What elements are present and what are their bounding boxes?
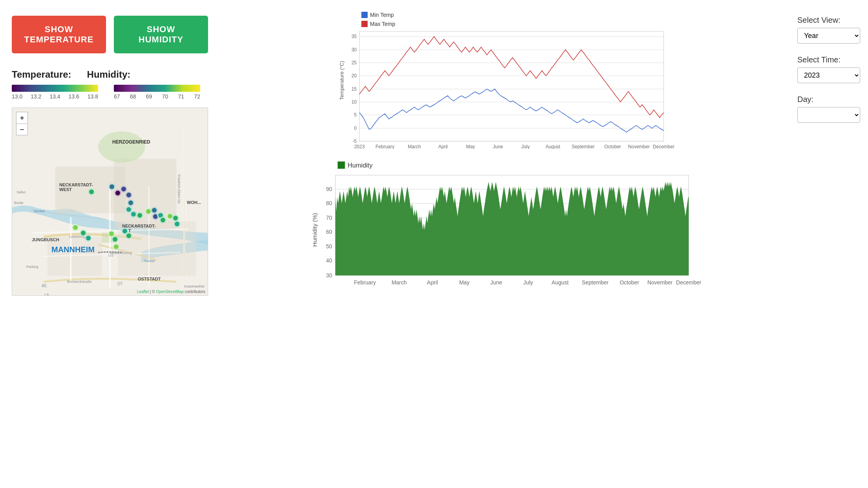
button-row: SHOW TEMPERATURE SHOW HUMIDITY bbox=[12, 16, 208, 53]
svg-text:35: 35 bbox=[351, 34, 357, 39]
svg-text:August: August bbox=[552, 279, 568, 286]
temperature-chart: Min Temp Max Temp Temperature (°C) bbox=[236, 8, 782, 149]
humidity-colorbar-ticks: 67 68 69 70 71 72 bbox=[114, 93, 200, 100]
svg-rect-44 bbox=[360, 31, 664, 141]
show-humidity-button[interactable]: SHOW HUMIDITY bbox=[114, 16, 208, 53]
svg-text:April: April bbox=[427, 279, 438, 286]
svg-text:2023: 2023 bbox=[354, 144, 365, 149]
map-background bbox=[12, 108, 208, 295]
sensor-dot[interactable] bbox=[125, 232, 132, 239]
svg-text:June: June bbox=[490, 279, 502, 286]
svg-text:May: May bbox=[459, 279, 470, 286]
day-dropdown[interactable] bbox=[797, 107, 860, 123]
humidity-chart-box: Humidity Humidity (%) 30 40 5 bbox=[236, 157, 782, 298]
svg-text:February: February bbox=[375, 144, 394, 149]
sensor-dot[interactable] bbox=[88, 188, 95, 195]
zoom-in-button[interactable]: + bbox=[16, 112, 28, 124]
sensor-dot[interactable] bbox=[125, 191, 132, 198]
colorbar-section: 13.0 13.2 13.4 13.6 13.8 67 68 69 70 71 … bbox=[12, 85, 208, 100]
svg-text:-5: -5 bbox=[353, 138, 357, 144]
svg-text:November: November bbox=[628, 144, 650, 149]
humidity-y-axis-label: Humidity (%) bbox=[311, 213, 318, 247]
temp-colorbar-wrap: 13.0 13.2 13.4 13.6 13.8 bbox=[12, 85, 98, 100]
labels-row: Temperature: Humidity: bbox=[12, 69, 208, 80]
temperature-chart-box: Min Temp Max Temp Temperature (°C) bbox=[236, 8, 782, 149]
zoom-out-button[interactable]: − bbox=[16, 124, 28, 135]
left-panel: SHOW TEMPERATURE SHOW HUMIDITY Temperatu… bbox=[0, 0, 220, 488]
humidity-area bbox=[335, 182, 689, 275]
svg-text:25: 25 bbox=[351, 60, 357, 66]
svg-text:40: 40 bbox=[326, 257, 333, 264]
svg-text:December: December bbox=[676, 279, 702, 286]
svg-text:0: 0 bbox=[354, 126, 357, 131]
svg-text:June: June bbox=[493, 144, 503, 149]
select-view-label: Select View: bbox=[797, 16, 860, 25]
temp-colorbar bbox=[12, 85, 98, 92]
svg-text:July: July bbox=[523, 279, 533, 286]
svg-text:February: February bbox=[354, 279, 376, 286]
sensor-dot[interactable] bbox=[111, 236, 119, 243]
humidity-colorbar bbox=[114, 85, 200, 92]
humidity-legend-label: Humidity bbox=[348, 162, 373, 169]
svg-text:July: July bbox=[521, 144, 530, 149]
temp-colorbar-ticks: 13.0 13.2 13.4 13.6 13.8 bbox=[12, 93, 98, 100]
svg-text:September: September bbox=[582, 279, 609, 286]
temp-y-axis-label: Temperature (°C) bbox=[339, 61, 345, 100]
temp-x-axis: 2023 February March April May June July … bbox=[354, 144, 674, 149]
charts-panel: Min Temp Max Temp Temperature (°C) bbox=[220, 0, 789, 488]
sensor-dot[interactable] bbox=[72, 224, 79, 231]
temperature-label: Temperature: bbox=[12, 69, 71, 80]
temp-y-axis: -5 0 5 10 15 20 25 30 35 bbox=[351, 34, 663, 144]
svg-text:10: 10 bbox=[351, 99, 357, 105]
osm-link[interactable]: OpenStreetMap bbox=[156, 290, 184, 294]
svg-text:March: March bbox=[391, 279, 407, 286]
svg-text:December: December bbox=[653, 144, 674, 149]
svg-text:70: 70 bbox=[326, 215, 333, 221]
select-time-label: Select Time: bbox=[797, 55, 860, 64]
svg-text:March: March bbox=[408, 144, 421, 149]
sensor-dot[interactable] bbox=[159, 217, 166, 224]
sensor-dot[interactable] bbox=[113, 243, 120, 250]
humidity-legend-icon bbox=[338, 162, 345, 169]
zoom-controls: + − bbox=[16, 112, 28, 135]
svg-text:80: 80 bbox=[326, 200, 333, 206]
svg-text:20: 20 bbox=[351, 73, 357, 78]
max-temp-legend-label: Max Temp bbox=[370, 21, 396, 27]
humidity-label: Humidity: bbox=[87, 69, 131, 80]
sensor-dot[interactable] bbox=[108, 183, 115, 190]
humidity-colorbar-wrap: 67 68 69 70 71 72 bbox=[114, 85, 200, 100]
sensor-dot[interactable] bbox=[120, 186, 127, 193]
svg-text:60: 60 bbox=[326, 229, 333, 235]
select-view-dropdown[interactable]: Year Month Day bbox=[797, 28, 860, 44]
sensor-dot[interactable] bbox=[85, 235, 92, 242]
svg-text:May: May bbox=[466, 144, 475, 149]
svg-text:5: 5 bbox=[354, 112, 357, 118]
humidity-chart: Humidity Humidity (%) 30 40 5 bbox=[236, 157, 782, 298]
max-temp-line bbox=[360, 36, 664, 118]
leaflet-link[interactable]: Leaflet bbox=[137, 290, 149, 294]
select-time-dropdown[interactable]: 2023 2022 2021 bbox=[797, 67, 860, 83]
svg-text:30: 30 bbox=[326, 272, 333, 279]
map-container[interactable]: + − HERZOGENRIED NECKARSTADT-WEST JUNGBU… bbox=[12, 107, 208, 296]
sensor-dot[interactable] bbox=[127, 199, 134, 206]
sensor-dot[interactable] bbox=[136, 212, 143, 219]
sensor-dot[interactable] bbox=[174, 220, 181, 228]
max-temp-legend-icon bbox=[362, 21, 368, 27]
svg-text:October: October bbox=[604, 144, 621, 149]
svg-text:November: November bbox=[647, 279, 673, 286]
svg-point-7 bbox=[98, 131, 145, 163]
svg-text:October: October bbox=[619, 279, 639, 286]
svg-text:90: 90 bbox=[326, 186, 333, 192]
svg-text:15: 15 bbox=[351, 86, 357, 92]
min-temp-line bbox=[360, 89, 664, 132]
svg-text:April: April bbox=[438, 144, 448, 149]
day-label: Day: bbox=[797, 95, 860, 104]
svg-text:August: August bbox=[546, 144, 561, 149]
select-time-section: Select Time: 2023 2022 2021 bbox=[797, 55, 860, 95]
svg-text:50: 50 bbox=[326, 243, 333, 249]
map-attribution: Leaflet | © OpenStreetMap contributors bbox=[137, 290, 205, 294]
humidity-x-axis: February March April May June July Augus… bbox=[354, 279, 702, 286]
show-temperature-button[interactable]: SHOW TEMPERATURE bbox=[12, 16, 106, 53]
min-temp-legend-label: Min Temp bbox=[370, 12, 394, 18]
svg-text:30: 30 bbox=[351, 47, 357, 53]
